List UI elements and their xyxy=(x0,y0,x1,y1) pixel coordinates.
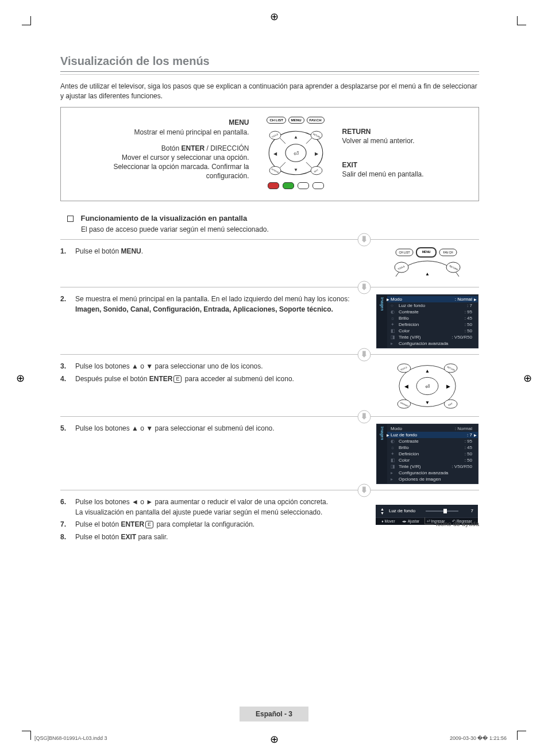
osd-modo-label: Modo xyxy=(391,297,451,302)
step-4-pre: Después pulse el botón xyxy=(75,375,149,383)
exit-callout: EXIT Salir del menú en pantalla. xyxy=(342,160,446,179)
enter-callout-line1: Mover el cursor y seleccionar una opción… xyxy=(122,153,249,162)
osd2-opciones-label: Opciones de imagen xyxy=(399,477,472,482)
svg-line-10 xyxy=(306,162,312,168)
registration-mark-left: ⊕ xyxy=(16,372,25,385)
osd-tinte-val: : V50/R50 xyxy=(451,335,472,340)
osd2-def-label: Definición xyxy=(399,451,461,456)
flow-arrow-icon xyxy=(357,483,371,497)
remote-diagram: MENU Mostrar el menú principal en pantal… xyxy=(60,107,479,202)
svg-text:▼: ▼ xyxy=(294,167,298,172)
step-8-post: para salir. xyxy=(136,533,168,541)
page-footer-label: Español - 3 xyxy=(240,707,308,722)
step-5-num: 5. xyxy=(60,424,71,433)
step-7-num: 7. xyxy=(60,520,71,529)
step-3-4-row: 3. Pulse los botones ▲ o ▼ para seleccio… xyxy=(60,354,479,416)
step-6-line2: La visualización en pantalla del ajuste … xyxy=(75,508,322,516)
step-3-num: 3. xyxy=(60,362,71,371)
enter-glyph-icon: E xyxy=(173,375,182,383)
color-buttons xyxy=(268,182,324,189)
osd2-contraste-label: Contraste xyxy=(399,439,461,444)
osd-color-label: Color xyxy=(399,328,461,333)
osd-contraste-val: : 95 xyxy=(465,309,472,314)
step-3-image: ⏎ ▲ ▼ ◀ ▶ TOOLS RETURN INTERNET EXIT xyxy=(376,362,479,410)
svg-text:◀: ◀ xyxy=(273,151,277,156)
svg-text:FAV.CH: FAV.CH xyxy=(443,251,453,254)
enter-callout-bold: ENTER xyxy=(181,144,204,152)
mini-remote-icon: CH LIST MENU FAV.CH TOOLS RETURN ▲ xyxy=(376,247,478,278)
enter-callout-post: / DIRECCIÓN xyxy=(204,144,249,152)
step-4-bold: ENTER xyxy=(149,375,173,383)
remote-top-buttons: CH LIST MENU FAV.CH xyxy=(267,117,324,124)
osd-tinte-label: Tinte (V/R) xyxy=(399,335,448,340)
step-3-4-text: 3. Pulse los botones ▲ o ▼ para seleccio… xyxy=(60,362,369,386)
slider-label: Luz de fondo xyxy=(389,508,415,513)
enter-callout-pre: Botón xyxy=(161,144,182,152)
osd2-tinte-val: : V50/R50 xyxy=(451,464,472,469)
print-footer: [QSG]BN68-01991A-L03.indd 3 2009-03-30 �… xyxy=(34,735,507,741)
svg-text:▲: ▲ xyxy=(425,271,430,277)
menu-callout: MENU Mostrar el menú principal en pantal… xyxy=(94,118,249,136)
step-4-num: 4. xyxy=(60,374,71,384)
svg-text:⏎: ⏎ xyxy=(293,149,298,156)
svg-line-9 xyxy=(279,162,285,168)
osd-def-label: Definición xyxy=(399,322,461,327)
svg-text:▲: ▲ xyxy=(294,135,298,140)
svg-text:MENU: MENU xyxy=(422,250,431,254)
osd-menu-1: Imagen Modo: Normal ○Luz de fondo: 7 ◐Co… xyxy=(376,294,478,348)
step-2-num: 2. xyxy=(60,294,71,314)
intro-text: Antes de utilizar el televisor, siga los… xyxy=(60,82,479,101)
svg-text:◀: ◀ xyxy=(404,384,408,390)
osd2-tinte-label: Tinte (V/R) xyxy=(399,464,448,469)
step-4-post: para acceder al submenú del icono. xyxy=(183,375,294,383)
osd-modo-val: : Normal xyxy=(455,297,472,302)
step-8-num: 8. xyxy=(60,532,71,542)
registration-mark-right: ⊕ xyxy=(523,372,532,385)
svg-text:▼: ▼ xyxy=(425,400,430,405)
menu-callout-text: Mostrar el menú principal en pantalla. xyxy=(134,128,249,136)
osd2-brillo-label: Brillo xyxy=(399,445,461,450)
svg-text:▲: ▲ xyxy=(425,368,430,374)
step-7-bold: ENTER xyxy=(121,520,144,528)
step-5-text-wrap: 5. Pulse los botones ▲ o ▼ para seleccio… xyxy=(60,424,369,436)
osd-avanzada-label: Configuración avanzada xyxy=(399,341,472,346)
exit-callout-text: Salir del menú en pantalla. xyxy=(342,170,424,178)
osd2-luz-label: Luz de fondo xyxy=(391,432,464,438)
flow-arrow-icon xyxy=(357,410,371,424)
step-1-bold: MENU xyxy=(121,247,141,255)
crop-mark-tl xyxy=(22,16,31,25)
help-icon-pointer: Icono de ayuda xyxy=(424,520,479,527)
osd-side-label: Imagen xyxy=(380,297,384,310)
step-6-line1: Pulse los botones ◄ o ► para aumentar o … xyxy=(75,498,328,506)
subsection-text: El paso de acceso puede variar según el … xyxy=(81,225,479,233)
dpad-only-icon: ⏎ ▲ ▼ ◀ ▶ TOOLS RETURN INTERNET EXIT xyxy=(376,362,478,410)
crop-mark-br xyxy=(517,731,526,740)
left-callouts: MENU Mostrar el menú principal en pantal… xyxy=(94,118,249,187)
osd-brillo-label: Brillo xyxy=(399,316,461,321)
blue-button-icon xyxy=(312,182,324,189)
step-5-text: Pulse los botones ▲ o ▼ para seleccionar… xyxy=(75,424,275,433)
page-title: Visualización de los menús xyxy=(60,55,479,72)
bullet-box-icon xyxy=(67,216,74,222)
osd2-brillo-val: : 45 xyxy=(465,445,472,450)
crop-mark-bl xyxy=(22,731,31,740)
step-2-text: 2. Se muestra el menú principal en la pa… xyxy=(60,294,369,317)
svg-text:▶: ▶ xyxy=(446,384,450,390)
enter-callout-line2: Seleccionar la opción marcada. Confirmar… xyxy=(113,163,249,180)
osd-def-val: : 50 xyxy=(465,322,472,327)
osd2-contraste-val: : 95 xyxy=(465,439,472,444)
dpad-icon: ⏎ ▲ ▼ ◀ ▶ TOOLS RETURN INTERNET xyxy=(264,127,327,179)
step-1-pre: Pulse el botón xyxy=(75,247,121,255)
svg-text:CH LIST: CH LIST xyxy=(399,251,410,254)
red-button-icon xyxy=(268,182,279,189)
title-separator xyxy=(60,74,479,75)
svg-line-7 xyxy=(279,137,285,144)
osd-luz-val: : 7 xyxy=(467,303,472,308)
osd-menu-2: Imagen Modo: Normal Luz de fondo: 7 ◐Con… xyxy=(376,424,478,484)
green-button-icon xyxy=(283,182,294,189)
flow-arrow-icon xyxy=(357,348,371,362)
osd2-modo-label: Modo xyxy=(391,426,451,431)
step-1-post: . xyxy=(141,247,143,255)
step-2-line1: Se muestra el menú principal en la panta… xyxy=(75,295,350,303)
step-1-text: 1. Pulse el botón MENU. xyxy=(60,247,369,259)
